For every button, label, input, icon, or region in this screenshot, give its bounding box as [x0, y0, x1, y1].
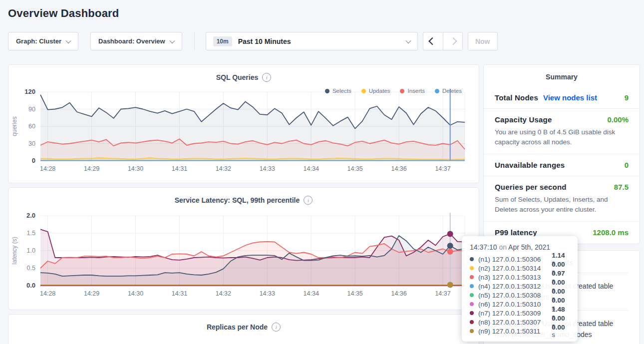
summary-row-unavailable-ranges: Unavailable ranges 0	[484, 154, 640, 176]
capacity-usage-description: You are using 0 B of 4.5 GiB usable disk…	[495, 127, 629, 147]
legend-item-deletes[interactable]: Deletes	[435, 88, 462, 94]
graph-dropdown-label: Graph: Cluster	[16, 37, 61, 45]
svg-text:1.5: 1.5	[27, 230, 35, 237]
svg-text:14:34: 14:34	[304, 290, 319, 297]
series-dot	[470, 257, 474, 261]
svg-text:14:35: 14:35	[347, 165, 363, 172]
svg-text:90: 90	[28, 106, 35, 113]
info-icon[interactable]: i	[272, 323, 281, 332]
svg-text:60: 60	[28, 123, 35, 130]
svg-text:14:31: 14:31	[172, 165, 187, 172]
svg-text:14:30: 14:30	[128, 165, 143, 172]
info-icon[interactable]: i	[262, 73, 271, 82]
info-icon[interactable]: i	[304, 196, 313, 205]
svg-text:14:32: 14:32	[216, 290, 231, 297]
dashboard-dropdown[interactable]: Dashboard: Overview	[90, 32, 182, 50]
chevron-down-icon	[169, 37, 175, 43]
tooltip-timestamp: 14:37:10 on Apr 5th, 2021	[470, 243, 570, 251]
summary-row-queries-per-second: Queries per second 87.5 Sum of Selects, …	[484, 176, 640, 221]
time-range-picker[interactable]: 10m Past 10 Minutes	[206, 32, 418, 50]
svg-text:14:33: 14:33	[260, 165, 275, 172]
svg-text:2.0: 2.0	[26, 212, 35, 219]
replicas-per-node-chart-panel: Replicas per Node i	[8, 314, 479, 344]
now-button[interactable]: Now	[468, 32, 498, 50]
p99-latency-value: 1208.0 ms	[593, 228, 629, 237]
capacity-usage-value: 0.00%	[607, 115, 629, 124]
chart-title: Service Latency: SQL, 99th percentile	[175, 196, 300, 204]
service-latency-chart[interactable]: 0.00.51.01.52.014:2814:2914:3014:3114:32…	[8, 205, 480, 303]
chart-header: SQL Queries i	[8, 65, 479, 82]
chart-header: Replicas per Node i	[8, 315, 479, 332]
summary-panel: Summary Total Nodes View nodes list 9 Ca…	[483, 64, 640, 244]
series-dot	[470, 329, 474, 333]
series-dot	[325, 89, 329, 93]
total-nodes-value: 9	[625, 93, 629, 102]
series-dot	[470, 284, 474, 288]
overview-dashboard-page: Overview Dashboard Graph: Cluster Dashbo…	[0, 7, 644, 344]
legend-item-selects[interactable]: Selects	[325, 88, 351, 94]
summary-row-capacity-usage: Capacity Usage 0.00% You are using 0 B o…	[484, 108, 640, 154]
svg-text:14:29: 14:29	[84, 290, 99, 297]
svg-text:14:30: 14:30	[128, 290, 143, 297]
series-dot	[470, 302, 474, 306]
svg-text:120: 120	[24, 88, 35, 95]
unavailable-ranges-value: 0	[625, 161, 629, 169]
chart-title: SQL Queries	[216, 73, 259, 81]
series-dot	[400, 89, 404, 93]
view-nodes-list-link[interactable]: View nodes list	[543, 93, 597, 102]
chart-title: Replicas per Node	[207, 323, 268, 331]
svg-text:14:33: 14:33	[260, 290, 275, 297]
svg-text:14:37: 14:37	[435, 165, 450, 172]
svg-text:14:32: 14:32	[216, 165, 231, 172]
svg-text:14:37: 14:37	[435, 290, 450, 297]
svg-text:14:35: 14:35	[347, 290, 363, 297]
series-dot	[470, 320, 474, 324]
time-back-button[interactable]	[423, 32, 443, 50]
controls-bar: Graph: Cluster Dashboard: Overview 10m P…	[8, 32, 636, 50]
chart-hover-tooltip: 14:37:10 on Apr 5th, 2021 (n1) 127.0.0.1…	[462, 236, 578, 342]
svg-text:0.0: 0.0	[26, 282, 35, 289]
svg-text:queries: queries	[11, 116, 18, 136]
svg-text:latency (s): latency (s)	[11, 237, 18, 264]
chevron-down-icon	[405, 37, 411, 43]
svg-text:14:28: 14:28	[40, 165, 55, 172]
chart-header: Service Latency: SQL, 99th percentile i	[8, 188, 479, 205]
tooltip-row: (n9) 127.0.0.1:503110.00 s	[470, 327, 570, 336]
svg-text:14:34: 14:34	[304, 165, 319, 172]
svg-text:30: 30	[28, 140, 35, 147]
graph-dropdown[interactable]: Graph: Cluster	[8, 32, 78, 50]
time-range-badge: 10m	[213, 36, 232, 46]
chevron-right-icon	[449, 37, 457, 45]
svg-text:0.5: 0.5	[27, 265, 35, 272]
series-dot	[470, 293, 474, 297]
series-dot	[470, 266, 474, 270]
divider	[194, 32, 195, 50]
time-forward-button[interactable]	[443, 32, 463, 50]
queries-per-second-value: 87.5	[614, 183, 629, 191]
chart-legend: Selects Updates Inserts Deletes	[325, 88, 462, 94]
service-latency-chart-panel: Service Latency: SQL, 99th percentile i …	[8, 187, 479, 310]
svg-text:14:29: 14:29	[84, 165, 99, 172]
chevron-left-icon	[428, 37, 436, 45]
legend-item-inserts[interactable]: Inserts	[400, 88, 425, 94]
queries-per-second-description: Sum of Selects, Updates, Inserts, and De…	[495, 195, 629, 215]
series-dot	[361, 89, 366, 93]
legend-item-updates[interactable]: Updates	[361, 88, 390, 94]
time-nav-group	[423, 32, 463, 50]
summary-title: Summary	[484, 65, 640, 87]
svg-text:14:28: 14:28	[40, 290, 55, 297]
series-dot	[470, 311, 474, 315]
svg-text:0: 0	[32, 157, 35, 164]
page-title: Overview Dashboard	[8, 7, 644, 20]
summary-row-total-nodes: Total Nodes View nodes list 9	[484, 87, 640, 108]
sql-queries-chart-panel: SQL Queries i Selects Updates Inserts De…	[8, 64, 479, 183]
svg-text:14:36: 14:36	[391, 165, 406, 172]
svg-text:14:31: 14:31	[172, 290, 187, 297]
svg-text:1.0: 1.0	[27, 247, 35, 254]
dashboard-dropdown-label: Dashboard: Overview	[98, 37, 165, 45]
time-range-label: Past 10 Minutes	[238, 37, 400, 45]
svg-text:14:36: 14:36	[391, 290, 406, 297]
sql-queries-chart[interactable]: 030609012014:2814:2914:3014:3114:3214:33…	[8, 82, 480, 177]
chevron-down-icon	[65, 37, 71, 43]
series-dot	[470, 275, 474, 279]
